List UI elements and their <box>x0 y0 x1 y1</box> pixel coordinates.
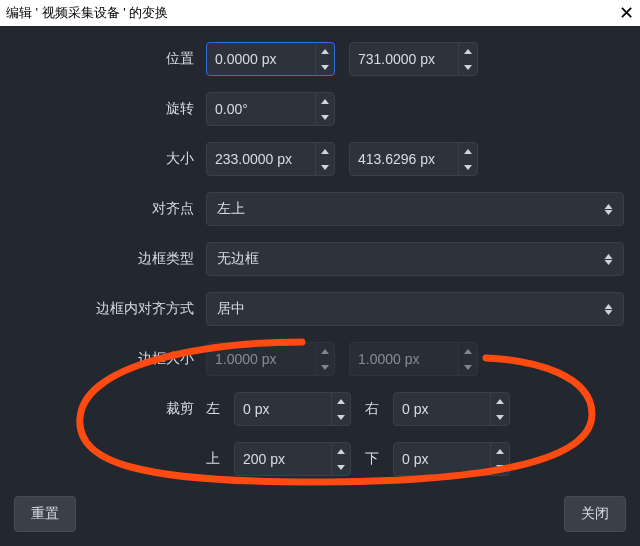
title-bar: 编辑 ' 视频采集设备 ' 的变换 ✕ <box>0 0 640 26</box>
transform-dialog: 编辑 ' 视频采集设备 ' 的变换 ✕ 位置 <box>0 0 640 546</box>
stepper-size-h[interactable] <box>458 143 477 175</box>
chevron-down-icon[interactable] <box>459 159 477 175</box>
reset-button[interactable]: 重置 <box>14 496 76 532</box>
input-crop-bottom[interactable] <box>393 442 510 476</box>
input-crop-top[interactable] <box>234 442 351 476</box>
stepper-crop-bottom[interactable] <box>490 443 509 475</box>
row-size: 大小 <box>16 142 624 176</box>
stepper-size-w[interactable] <box>315 143 334 175</box>
label-top: 上 <box>206 450 220 468</box>
chevron-down-icon[interactable] <box>491 409 509 425</box>
chevron-up-icon[interactable] <box>332 443 350 459</box>
chevron-up-icon[interactable] <box>316 143 334 159</box>
updown-icon <box>604 304 613 315</box>
row-rotation: 旋转 <box>16 92 624 126</box>
input-bbox-size-w <box>206 342 335 376</box>
stepper-crop-right[interactable] <box>490 393 509 425</box>
chevron-up-icon[interactable] <box>491 393 509 409</box>
chevron-down-icon[interactable] <box>491 459 509 475</box>
input-crop-left[interactable] <box>234 392 351 426</box>
input-crop-bottom-field[interactable] <box>394 451 490 467</box>
stepper-rotation[interactable] <box>315 93 334 125</box>
close-icon[interactable]: ✕ <box>619 4 634 22</box>
chevron-up-icon[interactable] <box>459 43 477 59</box>
chevron-down-icon[interactable] <box>459 59 477 75</box>
chevron-down-icon[interactable] <box>316 109 334 125</box>
dialog-title: 编辑 ' 视频采集设备 ' 的变换 <box>6 4 168 22</box>
label-bbox-size: 边框大小 <box>16 350 206 368</box>
label-position: 位置 <box>16 50 206 68</box>
label-bottom: 下 <box>365 450 379 468</box>
select-bbox-align-value: 居中 <box>217 300 245 318</box>
input-position-y[interactable] <box>349 42 478 76</box>
updown-icon <box>604 254 613 265</box>
chevron-up-icon[interactable] <box>316 93 334 109</box>
row-bbox-size: 边框大小 <box>16 342 624 376</box>
label-rotation: 旋转 <box>16 100 206 118</box>
row-bbox-align: 边框内对齐方式 居中 <box>16 292 624 326</box>
label-right: 右 <box>365 400 379 418</box>
stepper-position-y[interactable] <box>458 43 477 75</box>
updown-icon <box>604 204 613 215</box>
chevron-up-icon <box>459 343 477 359</box>
chevron-down-icon <box>459 359 477 375</box>
close-button[interactable]: 关闭 <box>564 496 626 532</box>
input-position-x-field[interactable] <box>207 51 315 67</box>
input-bbox-size-h <box>349 342 478 376</box>
chevron-up-icon[interactable] <box>491 443 509 459</box>
input-crop-left-field[interactable] <box>235 401 331 417</box>
select-alignment[interactable]: 左上 <box>206 192 624 226</box>
chevron-down-icon <box>316 359 334 375</box>
select-bbox-align[interactable]: 居中 <box>206 292 624 326</box>
input-size-h-field[interactable] <box>350 151 458 167</box>
input-crop-right-field[interactable] <box>394 401 490 417</box>
select-alignment-value: 左上 <box>217 200 245 218</box>
input-rotation-field[interactable] <box>207 101 315 117</box>
footer: 重置 关闭 <box>0 486 640 546</box>
input-size-w-field[interactable] <box>207 151 315 167</box>
select-bbox-type-value: 无边框 <box>217 250 259 268</box>
input-bbox-size-h-field <box>350 351 458 367</box>
input-crop-top-field[interactable] <box>235 451 331 467</box>
label-alignment: 对齐点 <box>16 200 206 218</box>
label-size: 大小 <box>16 150 206 168</box>
chevron-down-icon[interactable] <box>316 159 334 175</box>
input-bbox-size-w-field <box>207 351 315 367</box>
stepper-bbox-size-h <box>458 343 477 375</box>
input-size-w[interactable] <box>206 142 335 176</box>
stepper-bbox-size-w <box>315 343 334 375</box>
row-position: 位置 <box>16 42 624 76</box>
label-bbox-align: 边框内对齐方式 <box>16 300 206 318</box>
label-bbox-type: 边框类型 <box>16 250 206 268</box>
chevron-up-icon[interactable] <box>332 393 350 409</box>
stepper-position-x[interactable] <box>315 43 334 75</box>
chevron-up-icon[interactable] <box>316 43 334 59</box>
row-alignment: 对齐点 左上 <box>16 192 624 226</box>
chevron-up-icon[interactable] <box>459 143 477 159</box>
row-bbox-type: 边框类型 无边框 <box>16 242 624 276</box>
chevron-down-icon[interactable] <box>332 409 350 425</box>
label-crop: 裁剪 <box>16 400 206 418</box>
stepper-crop-top[interactable] <box>331 443 350 475</box>
row-crop-tb: 上 下 <box>16 442 624 476</box>
row-crop-lr: 裁剪 左 右 <box>16 392 624 426</box>
input-position-y-field[interactable] <box>350 51 458 67</box>
input-crop-right[interactable] <box>393 392 510 426</box>
select-bbox-type[interactable]: 无边框 <box>206 242 624 276</box>
chevron-down-icon[interactable] <box>316 59 334 75</box>
chevron-up-icon <box>316 343 334 359</box>
input-size-h[interactable] <box>349 142 478 176</box>
input-position-x[interactable] <box>206 42 335 76</box>
input-rotation[interactable] <box>206 92 335 126</box>
chevron-down-icon[interactable] <box>332 459 350 475</box>
label-left: 左 <box>206 400 220 418</box>
stepper-crop-left[interactable] <box>331 393 350 425</box>
